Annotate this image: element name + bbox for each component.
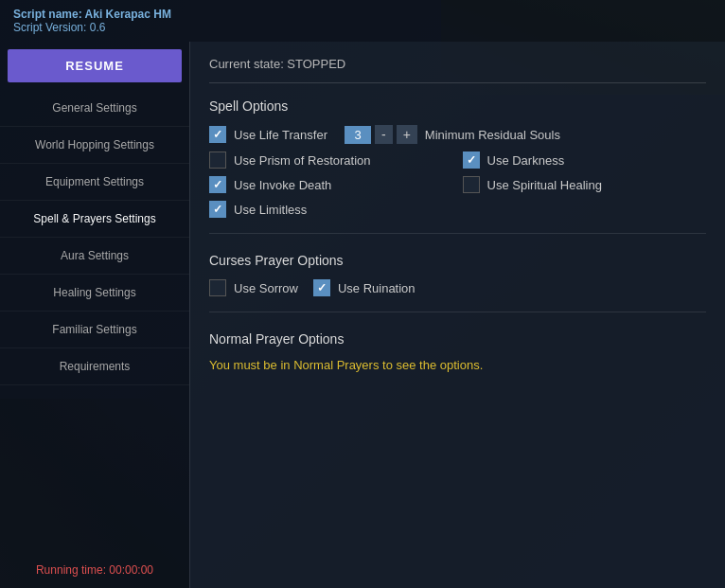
main-layout: RESUME General Settings World Hopping Se… — [0, 42, 725, 588]
ruination-row: Use Ruination — [313, 279, 416, 296]
sidebar: RESUME General Settings World Hopping Se… — [0, 42, 189, 588]
darkness-row: Use Darkness — [463, 151, 707, 169]
sidebar-item-general[interactable]: General Settings — [0, 90, 189, 127]
life-transfer-checkbox-row: Use Life Transfer — [209, 126, 327, 143]
app-container: Script name: Aki Kerapac HM Script Versi… — [0, 0, 725, 588]
sidebar-item-requirements[interactable]: Requirements — [0, 348, 189, 385]
invoke-death-row: Use Invoke Death — [209, 176, 453, 193]
curses-row: Use Sorrow Use Ruination — [209, 279, 706, 296]
life-transfer-checkbox[interactable] — [209, 126, 226, 143]
sidebar-item-healing[interactable]: Healing Settings — [0, 275, 189, 312]
spell-options-section: Spell Options Use Life Transfer 3 - + Mi… — [209, 98, 706, 234]
souls-minus-button[interactable]: - — [375, 125, 393, 144]
running-time: Running time: 00:00:00 — [0, 552, 189, 588]
sorrow-row: Use Sorrow — [209, 279, 298, 296]
script-version: Script Version: 0.6 — [13, 21, 712, 34]
spell-grid: Use Prism of Restoration Use Darkness Us… — [209, 151, 706, 218]
ruination-checkbox[interactable] — [313, 279, 330, 296]
prism-restoration-row: Use Prism of Restoration — [209, 151, 453, 169]
sidebar-item-world-hopping[interactable]: World Hopping Settings — [0, 127, 189, 164]
spiritual-healing-row: Use Spiritual Healing — [463, 176, 707, 193]
normal-prayer-message: You must be in Normal Prayers to see the… — [209, 358, 706, 372]
ruination-label: Use Ruination — [338, 281, 416, 295]
souls-label: Minimum Residual Souls — [425, 128, 560, 142]
life-transfer-row: Use Life Transfer 3 - + Minimum Residual… — [209, 125, 706, 144]
limitless-row: Use Limitless — [209, 201, 453, 218]
invoke-death-checkbox[interactable] — [209, 176, 226, 193]
spiritual-healing-checkbox[interactable] — [463, 176, 480, 193]
souls-counter: 3 - + Minimum Residual Souls — [345, 125, 560, 144]
normal-prayer-section: Normal Prayer Options You must be in Nor… — [209, 331, 706, 372]
darkness-checkbox[interactable] — [463, 151, 480, 169]
prism-restoration-label: Use Prism of Restoration — [234, 153, 371, 168]
normal-prayer-header: Normal Prayer Options — [209, 331, 706, 347]
souls-plus-button[interactable]: + — [397, 125, 417, 144]
sorrow-label: Use Sorrow — [234, 281, 298, 295]
current-state: Current state: STOPPED — [209, 57, 706, 83]
darkness-label: Use Darkness — [487, 153, 565, 168]
souls-value: 3 — [345, 126, 371, 144]
spiritual-healing-label: Use Spiritual Healing — [487, 178, 602, 192]
life-transfer-label: Use Life Transfer — [234, 128, 327, 142]
content-area: Current state: STOPPED Spell Options Use… — [189, 42, 725, 588]
sidebar-item-equipment[interactable]: Equipment Settings — [0, 164, 189, 201]
invoke-death-label: Use Invoke Death — [234, 178, 331, 192]
limitless-label: Use Limitless — [234, 203, 307, 217]
limitless-checkbox[interactable] — [209, 201, 226, 218]
spell-options-header: Spell Options — [209, 98, 706, 114]
curses-section: Curses Prayer Options Use Sorrow Use Rui… — [209, 253, 706, 312]
script-name: Script name: Aki Kerapac HM — [13, 8, 712, 21]
resume-button[interactable]: RESUME — [8, 49, 182, 82]
prism-restoration-checkbox[interactable] — [209, 151, 226, 169]
curses-header: Curses Prayer Options — [209, 253, 706, 268]
header: Script name: Aki Kerapac HM Script Versi… — [0, 0, 725, 42]
sidebar-item-familiar[interactable]: Familiar Settings — [0, 312, 189, 348]
sidebar-item-aura[interactable]: Aura Settings — [0, 238, 189, 275]
sidebar-item-spell-prayers[interactable]: Spell & Prayers Settings — [0, 201, 189, 238]
sorrow-checkbox[interactable] — [209, 279, 226, 296]
